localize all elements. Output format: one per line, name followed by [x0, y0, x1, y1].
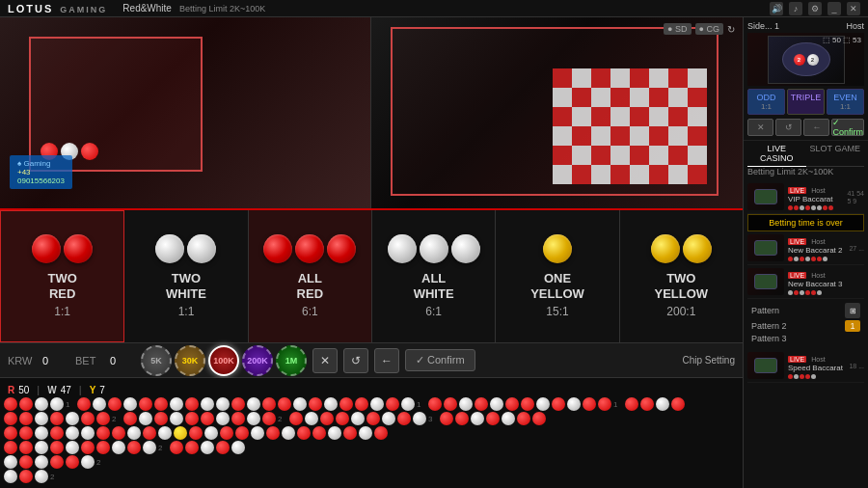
balls-two-white: [155, 234, 216, 263]
hist-ball-white: [35, 412, 48, 425]
chip-setting-btn[interactable]: Chip Setting: [683, 355, 735, 366]
hist-number: 1: [613, 400, 623, 409]
chip-5k[interactable]: 5K: [141, 345, 172, 376]
bet-value: 0: [110, 355, 129, 366]
bet-label-one-yellow: ONEYELLOW: [530, 271, 584, 301]
ote-row: ODD 1:1 TRIPLE EVEN 1:1: [747, 89, 864, 115]
hist-ball-red: [336, 412, 349, 425]
chip-30k[interactable]: 30K: [175, 345, 205, 376]
chip-200k[interactable]: 200K: [242, 345, 273, 376]
game-item-baccarat2[interactable]: LIVE Host New Baccarat 2 27 ...: [747, 231, 864, 265]
hist-ball-red: [343, 426, 357, 440]
game-name-baccarat2: New Baccarat 2: [788, 246, 845, 255]
bet-option-all-red[interactable]: ALLRED6:1: [249, 210, 372, 342]
hist-ball-red: [386, 397, 399, 411]
action-confirm-btn[interactable]: ✓ Confirm: [831, 119, 864, 136]
hist-ball-white: [247, 397, 260, 411]
game-item-baccarat3[interactable]: LIVE Host New Baccarat 3: [747, 265, 864, 299]
cancel-btn[interactable]: ✕: [312, 348, 338, 373]
triple-btn[interactable]: TRIPLE: [787, 89, 825, 115]
video-left: ♠ Gaming +43 09015566203: [0, 17, 371, 208]
gaming-info: ♠ Gaming +43 09015566203: [10, 155, 72, 189]
main-layout: ♠ Gaming +43 09015566203 ● SD ● CG ↻: [0, 17, 868, 488]
hist-ball-white: [93, 397, 106, 411]
tab-live-casino[interactable]: LIVE CASINO: [747, 141, 806, 167]
hist-ball-red: [552, 397, 565, 411]
chip-100k[interactable]: 100K: [208, 345, 239, 376]
live-badge-baccarat2: LIVE: [788, 238, 806, 245]
video-right: ● SD ● CG ↻: [371, 17, 743, 208]
sd-badge[interactable]: ● SD: [664, 23, 691, 35]
sound-icon[interactable]: 🔊: [770, 2, 783, 15]
chip-1m[interactable]: 1M: [276, 345, 307, 376]
cg-badge[interactable]: ● CG: [695, 23, 723, 35]
stat-w-label: W: [47, 385, 56, 395]
hist-ball-white: [204, 426, 218, 440]
bet-option-all-white[interactable]: ALLWHITE6:1: [372, 210, 496, 342]
history-scroll[interactable]: 11122322232: [4, 397, 739, 484]
hist-ball-white: [170, 412, 183, 425]
hist-ball-red: [108, 397, 122, 411]
game-item-vip-baccarat[interactable]: LIVE Host VIP Baccarat 41 54 5 9: [747, 180, 864, 214]
hist-ball-white: [4, 455, 17, 469]
odd-btn[interactable]: ODD 1:1: [747, 89, 785, 115]
action-undo-btn[interactable]: ←: [803, 119, 829, 136]
hist-ball-red: [123, 412, 137, 425]
game-thumb-baccarat2: [747, 234, 784, 261]
hist-ball-white: [282, 426, 295, 440]
confirm-button[interactable]: ✓ Confirm: [405, 349, 475, 371]
hist-ball-red: [96, 441, 110, 454]
even-btn[interactable]: EVEN 1:1: [827, 89, 864, 115]
stat-y-value: 7: [99, 385, 105, 395]
hist-number: 2: [96, 458, 106, 467]
hist-ball-red: [262, 397, 276, 411]
close-icon[interactable]: ✕: [847, 2, 860, 15]
balance-value: 0: [42, 355, 62, 366]
hist-ball-red: [77, 397, 91, 411]
refresh-icon[interactable]: ↻: [727, 24, 735, 35]
bet-option-one-yellow[interactable]: ONEYELLOW15:1: [496, 210, 619, 342]
pattern-icon-1[interactable]: ⊞: [845, 303, 860, 318]
hist-ball-red: [185, 397, 199, 411]
pattern-label-3: Pattern 3: [751, 334, 787, 343]
refresh-bet-btn[interactable]: ↺: [343, 348, 368, 373]
minimize-icon[interactable]: _: [827, 2, 841, 15]
red-ball: [64, 234, 93, 263]
red-ball: [263, 234, 292, 263]
hist-ball-red: [154, 412, 168, 425]
hist-ball-white: [170, 397, 183, 411]
hist-ball-white: [351, 412, 365, 425]
hist-ball-red: [185, 441, 199, 454]
history-row: 2: [4, 470, 739, 483]
hist-number: 1: [66, 400, 75, 409]
logo-text: LOTUS: [8, 3, 53, 14]
hist-ball-red: [309, 397, 322, 411]
tab-slot-game[interactable]: SLOT GAME: [806, 141, 865, 167]
hist-ball-red: [50, 412, 64, 425]
hist-ball-white: [305, 412, 318, 425]
music-icon[interactable]: ♪: [789, 2, 802, 15]
right-sidebar: Side... 1 Host 2 2 ⬚ 50: [743, 17, 868, 488]
hist-ball-red: [81, 441, 95, 454]
checkerboard: [553, 68, 707, 184]
hist-ball-white: [324, 397, 338, 411]
settings-icon[interactable]: ⚙: [808, 2, 822, 15]
game-item-speed-baccarat4[interactable]: LIVE Host Speed Baccarat 4 18 ...: [747, 349, 864, 383]
games-list[interactable]: LIVE Host VIP Baccarat 41 54 5 9 Betti: [744, 178, 868, 488]
bet-option-two-yellow[interactable]: TWOYELLOW200:1: [620, 210, 743, 342]
bet-option-two-white[interactable]: TWOWHITE1:1: [124, 210, 248, 342]
game-dots-baccarat2: [788, 257, 845, 261]
action-refresh-btn[interactable]: ↺: [775, 119, 801, 136]
hist-ball-white: [231, 441, 245, 454]
machine-box-right: [391, 27, 719, 196]
bottom-controls: KRW 0 BET 0 5K30K100K200K1M ✕ ↺ ← ✓ Conf…: [0, 343, 743, 378]
hist-ball-red: [66, 455, 79, 469]
bet-label-all-red: ALLRED: [297, 271, 323, 301]
bet-odds-two-white: 1:1: [178, 305, 195, 318]
undo-bet-btn[interactable]: ←: [374, 348, 399, 373]
action-x-btn[interactable]: ✕: [747, 119, 773, 136]
hist-ball-white: [401, 397, 415, 411]
hist-ball-red: [19, 426, 33, 440]
bet-option-two-red[interactable]: TWORED1:1: [0, 210, 124, 342]
currency-label: KRW: [8, 355, 37, 366]
